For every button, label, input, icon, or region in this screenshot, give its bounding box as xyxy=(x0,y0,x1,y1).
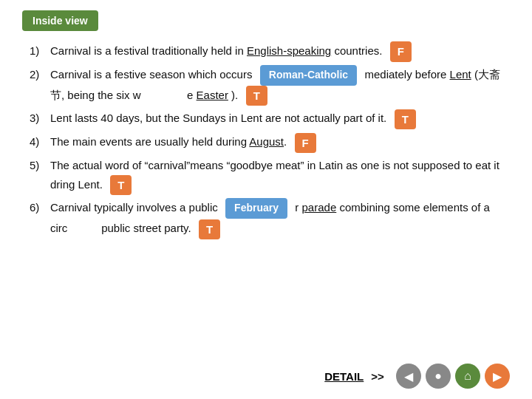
main-content: Carnival is a festival traditionally hel… xyxy=(0,31,532,250)
list-item: The actual word of “carnival”means “good… xyxy=(30,156,502,195)
list-item: The main events are usually held during … xyxy=(30,132,502,153)
badge-t-3: T xyxy=(395,109,416,130)
list-item: Carnival is a festival traditionally hel… xyxy=(30,41,502,62)
detail-arrow: >> xyxy=(371,370,384,383)
underline-lent: Lent xyxy=(450,68,471,81)
underline-parade: parade xyxy=(302,201,337,214)
detail-link[interactable]: DETAIL xyxy=(324,370,364,383)
nav-prev-button[interactable]: ◀ xyxy=(396,364,421,389)
popup-february: February xyxy=(225,198,287,219)
item-3-text: Lent lasts 40 days, but the Sundays in L… xyxy=(50,112,386,124)
badge-t-2: T xyxy=(246,86,267,106)
item-4-text: The main events are usually held during … xyxy=(50,135,287,148)
underline-august: August xyxy=(249,135,284,148)
item-2-text: Carnival is a festive season which occur… xyxy=(50,68,500,101)
item-1-text: Carnival is a festival traditionally hel… xyxy=(50,44,382,57)
nav-mic-button[interactable]: ● xyxy=(426,364,451,389)
header-bar: Inside view xyxy=(22,10,98,31)
badge-f-1: F xyxy=(390,41,412,62)
underline-easter: Easter xyxy=(197,89,228,101)
list-item: Lent lasts 40 days, but the Sundays in L… xyxy=(30,109,502,129)
item-6-text: Carnival typically involves a public Feb… xyxy=(50,201,490,234)
badge-t-6: T xyxy=(199,219,220,240)
list-item: Carnival typically involves a public Feb… xyxy=(30,198,502,239)
popup-roman-catholic: Roman-Catholic xyxy=(260,65,357,86)
underline-english-speaking: English-speaking xyxy=(247,44,331,57)
nav-next-button[interactable]: ▶ xyxy=(485,364,510,389)
badge-f-4: F xyxy=(295,133,316,154)
nav-home-button[interactable]: ⌂ xyxy=(455,364,480,389)
bottom-bar: DETAIL >> ◀ ● ⌂ ▶ xyxy=(324,364,510,389)
badge-t-5: T xyxy=(110,175,132,196)
list-item: Carnival is a festive season which occur… xyxy=(30,65,502,106)
